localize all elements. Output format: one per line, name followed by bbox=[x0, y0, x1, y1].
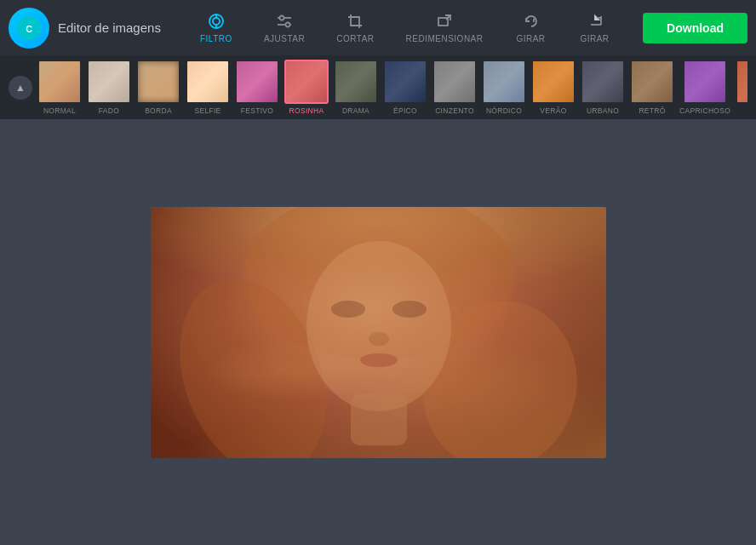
filter-name-borda: BORDA bbox=[145, 106, 172, 115]
svg-point-20 bbox=[306, 241, 451, 411]
filter-thumb-cinzento bbox=[432, 60, 477, 104]
tool-cortar[interactable]: CORTAR bbox=[323, 7, 387, 49]
filter-name-drama: DRAMA bbox=[342, 106, 369, 115]
header: C Editor de imagens FILTRO bbox=[0, 0, 756, 55]
filter-thumb-img-epico bbox=[385, 61, 426, 102]
filter-thumb-img-caprichoso bbox=[684, 61, 725, 102]
filter-name-festivo: FESTIVO bbox=[241, 106, 273, 115]
filter-thumb-verao bbox=[531, 60, 576, 104]
filter-name-epico: ÉPICO bbox=[393, 106, 417, 115]
tool-redimensionar-label: REDIMENSIONAR bbox=[406, 34, 484, 43]
filter-thumb-img-urbano bbox=[582, 61, 623, 102]
filter-thumb-img-rosinha bbox=[286, 61, 327, 102]
filter-item-caprichoso[interactable]: CAPRICHOSO bbox=[679, 60, 730, 115]
filter-strip-wrapper: ▲ NORMALFADOBORDASELFIEFESTIVOROSINHADRA… bbox=[0, 55, 756, 119]
tool-girar-cw-label: GIRAR bbox=[580, 34, 609, 43]
filter-thumb-img-cali bbox=[737, 61, 747, 102]
tool-girar-ccw[interactable]: GIRAR bbox=[501, 7, 561, 49]
filter-thumb-rosinha bbox=[284, 60, 329, 104]
svg-point-25 bbox=[360, 353, 398, 367]
svg-point-9 bbox=[286, 23, 290, 27]
app-title: Editor de imagens bbox=[58, 20, 161, 35]
filter-item-normal[interactable]: NORMAL bbox=[37, 60, 82, 115]
filter-item-epico[interactable]: ÉPICO bbox=[383, 60, 427, 115]
filter-item-cali[interactable]: CALI bbox=[736, 60, 747, 115]
tool-ajustar-label: AJUSTAR bbox=[264, 34, 305, 43]
filter-item-borda[interactable]: BORDA bbox=[136, 60, 180, 115]
main-image bbox=[151, 207, 606, 458]
filter-name-retro: RETRÔ bbox=[639, 106, 665, 115]
filter-thumb-festivo bbox=[235, 60, 279, 104]
filter-thumb-drama bbox=[334, 60, 378, 104]
filter-thumb-epico bbox=[383, 60, 427, 104]
filter-thumb-urbano bbox=[581, 60, 625, 104]
filter-thumb-nordico bbox=[482, 60, 526, 104]
filter-thumb-selfie bbox=[186, 60, 230, 104]
filter-thumb-img-faded bbox=[89, 61, 129, 102]
chevron-up-icon: ▲ bbox=[15, 82, 26, 94]
tool-cortar-label: CORTAR bbox=[336, 34, 374, 43]
svg-point-24 bbox=[369, 332, 389, 346]
svg-point-3 bbox=[213, 18, 220, 25]
resize-icon bbox=[435, 12, 454, 31]
filter-thumb-borda bbox=[136, 60, 180, 104]
filter-name-nordico: NÓRDICO bbox=[486, 106, 522, 115]
filter-name-rosinha: ROSINHA bbox=[289, 106, 324, 115]
filter-item-nordico[interactable]: NÓRDICO bbox=[482, 60, 526, 115]
filter-item-selfie[interactable]: SELFIE bbox=[186, 60, 230, 115]
filter-item-urbano[interactable]: URBANO bbox=[581, 60, 625, 115]
filter-name-urbano: URBANO bbox=[587, 106, 619, 115]
filter-item-cinzento[interactable]: CINZENTO bbox=[432, 60, 477, 115]
rotate-ccw-icon bbox=[522, 12, 541, 31]
svg-rect-21 bbox=[351, 394, 407, 445]
filter-strip: NORMALFADOBORDASELFIEFESTIVOROSINHADRAMA… bbox=[37, 60, 747, 115]
tool-filtro-label: FILTRO bbox=[200, 34, 232, 43]
rotate-cw-icon bbox=[586, 12, 604, 31]
filter-thumb-img-nordico bbox=[484, 61, 524, 102]
filter-item-rosinha[interactable]: ROSINHA bbox=[284, 60, 329, 115]
filter-thumb-retro bbox=[630, 60, 674, 104]
sliders-icon bbox=[275, 12, 294, 31]
download-button[interactable]: Download bbox=[643, 13, 747, 43]
filter-thumb-img-normal bbox=[39, 61, 80, 102]
tool-girar-cw[interactable]: GIRAR bbox=[565, 7, 625, 49]
filter-name-cinzento: CINZENTO bbox=[435, 106, 474, 115]
filter-name-verao: VERÃO bbox=[540, 106, 566, 115]
svg-point-8 bbox=[280, 16, 284, 20]
filter-thumb-cali bbox=[736, 60, 747, 104]
filter-thumb-img-festivo bbox=[237, 61, 278, 102]
crop-icon bbox=[346, 12, 364, 31]
svg-point-23 bbox=[392, 301, 427, 318]
filter-thumb-caprichoso bbox=[683, 60, 727, 104]
filter-item-retro[interactable]: RETRÔ bbox=[630, 60, 674, 115]
filter-name-faded: FADO bbox=[99, 106, 119, 115]
filter-icon bbox=[207, 12, 226, 31]
filter-thumb-img-borda bbox=[138, 61, 179, 102]
image-container bbox=[151, 207, 606, 458]
tool-redimensionar[interactable]: REDIMENSIONAR bbox=[392, 7, 497, 49]
filter-thumb-faded bbox=[87, 60, 131, 104]
canvas-area bbox=[0, 119, 756, 545]
svg-text:C: C bbox=[26, 24, 32, 34]
filter-name-caprichoso: CAPRICHOSO bbox=[679, 106, 730, 115]
main-image-inner bbox=[151, 207, 606, 458]
filter-thumb-img-cinzento bbox=[434, 61, 475, 102]
filter-thumb-img-drama bbox=[335, 61, 376, 102]
filter-item-drama[interactable]: DRAMA bbox=[334, 60, 378, 115]
filter-thumb-normal bbox=[37, 60, 82, 104]
filter-thumb-img-selfie bbox=[187, 61, 228, 102]
tool-girar-ccw-label: GIRAR bbox=[516, 34, 545, 43]
svg-point-22 bbox=[331, 301, 365, 318]
tool-ajustar[interactable]: AJUSTAR bbox=[250, 7, 318, 49]
filter-item-faded[interactable]: FADO bbox=[87, 60, 131, 115]
filter-thumb-img-retro bbox=[632, 61, 673, 102]
filter-item-festivo[interactable]: FESTIVO bbox=[235, 60, 279, 115]
filter-thumb-img-verao bbox=[533, 61, 574, 102]
filter-name-normal: NORMAL bbox=[43, 106, 76, 115]
collapse-button[interactable]: ▲ bbox=[9, 76, 32, 100]
face-svg bbox=[151, 207, 606, 458]
filter-item-verao[interactable]: VERÃO bbox=[531, 60, 576, 115]
canva-logo[interactable]: C bbox=[9, 8, 49, 49]
filter-name-selfie: SELFIE bbox=[194, 106, 220, 115]
tool-filtro[interactable]: FILTRO bbox=[186, 7, 246, 49]
